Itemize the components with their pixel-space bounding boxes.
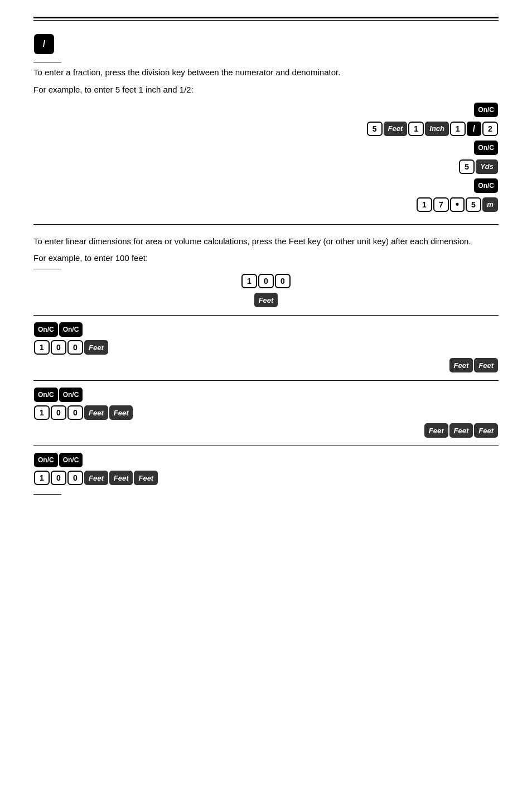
key-feet-1[interactable]: Feet xyxy=(384,122,408,136)
inner-divider-2 xyxy=(33,380,499,381)
key-5-1[interactable]: 5 xyxy=(367,122,383,136)
onc-key-8[interactable]: On/C xyxy=(34,453,58,467)
sub1-onc-row: On/C On/C xyxy=(33,321,499,338)
key-inch-1[interactable]: Inch xyxy=(425,122,449,136)
key-0-1[interactable]: 0 xyxy=(258,274,274,288)
key-m-1[interactable]: m xyxy=(482,197,498,212)
key-0-5[interactable]: 0 xyxy=(51,405,66,420)
short-divider-2 xyxy=(33,269,61,269)
sub2-result-row: Feet Feet Feet xyxy=(33,422,499,439)
key-2-1[interactable]: 2 xyxy=(482,122,498,136)
dim-para1: To enter linear dimensions for area or v… xyxy=(33,235,499,249)
slash-icon: / xyxy=(34,34,54,54)
short-divider-3 xyxy=(33,494,61,495)
key-feet-11[interactable]: Feet xyxy=(84,471,108,485)
onc-key-7[interactable]: On/C xyxy=(59,388,83,402)
onc-key-2[interactable]: On/C xyxy=(474,141,498,155)
key-1-3[interactable]: 1 xyxy=(417,197,432,212)
key-0-4[interactable]: 0 xyxy=(67,340,83,355)
section-dimensions: To enter linear dimensions for area or v… xyxy=(33,235,499,495)
key-feet-2[interactable]: Feet xyxy=(254,293,278,307)
onc-key-1[interactable]: On/C xyxy=(474,103,498,117)
key-0-7[interactable]: 0 xyxy=(51,471,66,485)
sub1-result-row: Feet Feet xyxy=(33,357,499,374)
example3-onc-row: On/C xyxy=(473,177,499,194)
inner-divider-1 xyxy=(33,315,499,316)
key-yds-1[interactable]: Yds xyxy=(476,159,498,174)
example2-keys-row: 5 Yds xyxy=(458,158,499,175)
key-feet-9: Feet xyxy=(449,423,473,438)
example2-onc-row: On/C xyxy=(473,139,499,156)
key-1-4[interactable]: 1 xyxy=(241,274,257,288)
key-feet-4: Feet xyxy=(449,358,473,372)
sub1-keys-row: 1 0 0 Feet xyxy=(33,339,499,356)
page: / To enter a fraction, press the divisio… xyxy=(0,0,532,789)
key-feet-7[interactable]: Feet xyxy=(109,405,133,420)
sub3-keys-row: 1 0 0 Feet Feet Feet xyxy=(33,469,499,486)
inner-divider-3 xyxy=(33,446,499,446)
key-feet-8: Feet xyxy=(424,423,448,438)
section-fractions: / To enter a fraction, press the divisio… xyxy=(33,32,499,214)
top-thick-border xyxy=(33,17,499,18)
onc-key-6[interactable]: On/C xyxy=(34,388,58,402)
key-feet-3[interactable]: Feet xyxy=(84,340,108,355)
key-1-2[interactable]: 1 xyxy=(450,122,466,136)
sub2-keys-row: 1 0 0 Feet Feet xyxy=(33,404,499,421)
fraction-examples: On/C 5 Feet 1 Inch 1 / 2 On/C 5 Yds On/C xyxy=(33,100,499,214)
key-feet-13[interactable]: Feet xyxy=(134,471,158,485)
fraction-para2: For example, to enter 5 feet 1 inch and … xyxy=(33,83,499,97)
example3-keys-row: 1 7 • 5 m xyxy=(416,196,499,213)
key-5-3[interactable]: 5 xyxy=(466,197,481,212)
key-feet-5: Feet xyxy=(474,358,498,372)
key-feet-6[interactable]: Feet xyxy=(84,405,108,420)
short-divider-1 xyxy=(33,62,61,62)
example1-keys-row: 5 Feet 1 Inch 1 / 2 xyxy=(366,120,499,137)
onc-key-3[interactable]: On/C xyxy=(474,178,498,193)
key-0-6[interactable]: 0 xyxy=(67,405,83,420)
center-example-feet: Feet xyxy=(33,292,499,308)
key-slash-1[interactable]: / xyxy=(467,122,481,136)
key-7-1[interactable]: 7 xyxy=(433,197,449,212)
section-divider-1 xyxy=(33,224,499,225)
sub3-onc-row: On/C On/C xyxy=(33,452,499,468)
key-5-2[interactable]: 5 xyxy=(459,159,475,174)
key-1-5[interactable]: 1 xyxy=(34,340,50,355)
key-0-3[interactable]: 0 xyxy=(51,340,66,355)
key-0-2[interactable]: 0 xyxy=(275,274,291,288)
key-feet-10: Feet xyxy=(474,423,498,438)
key-1-6[interactable]: 1 xyxy=(34,405,50,420)
onc-key-5[interactable]: On/C xyxy=(59,322,83,337)
dim-para2: For example, to enter 100 feet: xyxy=(33,251,499,265)
top-thin-border xyxy=(33,20,499,21)
center-example-digits: 1 0 0 xyxy=(33,273,499,289)
example1-onc-row: On/C xyxy=(473,101,499,118)
fraction-para1: To enter a fraction, press the division … xyxy=(33,66,499,80)
key-feet-12[interactable]: Feet xyxy=(109,471,133,485)
onc-key-4[interactable]: On/C xyxy=(34,322,58,337)
key-0-8[interactable]: 0 xyxy=(67,471,83,485)
key-1-1[interactable]: 1 xyxy=(408,122,424,136)
key-dot-1[interactable]: • xyxy=(450,197,465,212)
key-1-7[interactable]: 1 xyxy=(34,471,50,485)
onc-key-9[interactable]: On/C xyxy=(59,453,83,467)
sub2-onc-row: On/C On/C xyxy=(33,386,499,403)
